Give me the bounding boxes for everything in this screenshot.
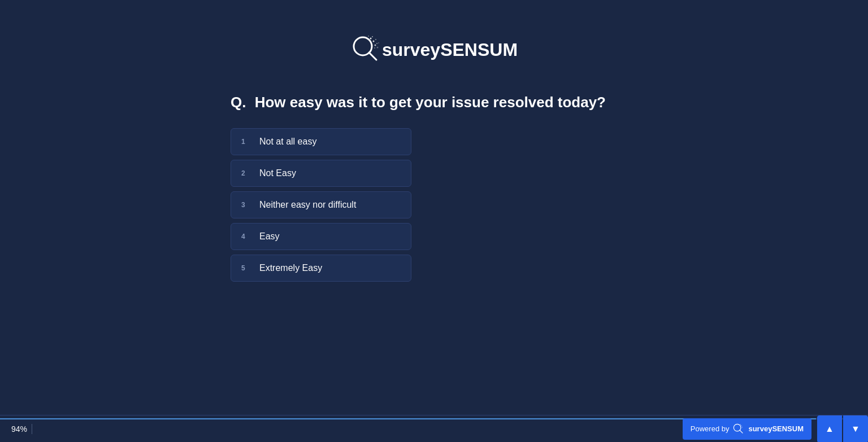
option-number: 4 bbox=[241, 233, 253, 240]
option-number: 5 bbox=[241, 264, 253, 272]
option-item[interactable]: 5Extremely Easy bbox=[231, 255, 411, 282]
question-section: Q. How easy was it to get your issue res… bbox=[208, 94, 660, 282]
footer-logo-bold: SENSUM bbox=[772, 425, 804, 433]
option-label: Not at all easy bbox=[259, 137, 316, 147]
powered-by-logo-text: surveySENSUM bbox=[748, 425, 804, 433]
logo-text: surveySENSUM bbox=[382, 40, 518, 60]
main-content: surveySENSUM Q. How easy was it to get y… bbox=[0, 0, 868, 282]
question-text: How easy was it to get your issue resolv… bbox=[255, 94, 606, 111]
powered-by-label: Powered by bbox=[691, 425, 730, 433]
nav-down-icon: ▼ bbox=[851, 424, 860, 434]
logo-bold: SENSUM bbox=[440, 40, 518, 60]
option-label: Easy bbox=[259, 231, 280, 242]
option-label: Not Easy bbox=[259, 168, 296, 178]
svg-point-9 bbox=[368, 36, 369, 37]
option-item[interactable]: 2Not Easy bbox=[231, 160, 411, 187]
powered-by-logo-icon bbox=[732, 423, 745, 435]
svg-point-7 bbox=[376, 43, 377, 44]
powered-by-area: Powered by surveySENSUM ▲ ▼ bbox=[683, 415, 868, 443]
footer-logo-light: survey bbox=[748, 425, 772, 433]
nav-up-icon: ▲ bbox=[825, 424, 834, 434]
svg-point-8 bbox=[374, 47, 375, 49]
option-item[interactable]: 4Easy bbox=[231, 223, 411, 250]
option-label: Neither easy nor difficult bbox=[259, 200, 356, 210]
nav-up-button[interactable]: ▲ bbox=[817, 415, 842, 443]
logo-icon bbox=[350, 34, 382, 65]
svg-point-5 bbox=[372, 36, 373, 37]
powered-by-button[interactable]: Powered by surveySENSUM bbox=[683, 418, 811, 440]
svg-point-16 bbox=[742, 427, 743, 427]
progress-text-area: 94% bbox=[11, 424, 32, 434]
nav-buttons-group: ▲ ▼ bbox=[816, 415, 868, 443]
svg-line-1 bbox=[369, 52, 376, 60]
option-number: 3 bbox=[241, 201, 253, 209]
nav-down-button[interactable]: ▼ bbox=[843, 415, 868, 443]
bottom-bar: 94% Powered by surveySENSUM ▲ ▼ bbox=[0, 415, 868, 442]
option-item[interactable]: 3Neither easy nor difficult bbox=[231, 191, 411, 218]
option-number: 2 bbox=[241, 169, 253, 177]
logo-area: surveySENSUM bbox=[350, 34, 518, 65]
svg-point-10 bbox=[376, 47, 378, 49]
svg-point-3 bbox=[372, 41, 374, 42]
question-prefix: Q. bbox=[231, 94, 246, 111]
svg-point-11 bbox=[378, 42, 379, 43]
svg-point-14 bbox=[740, 424, 741, 425]
svg-point-2 bbox=[370, 38, 371, 40]
question-label: Q. How easy was it to get your issue res… bbox=[231, 94, 660, 111]
svg-point-6 bbox=[375, 39, 376, 40]
progress-divider bbox=[32, 424, 32, 434]
svg-point-15 bbox=[741, 425, 742, 426]
progress-percent: 94% bbox=[11, 425, 27, 434]
logo-light: survey bbox=[382, 40, 440, 60]
option-item[interactable]: 1Not at all easy bbox=[231, 128, 411, 155]
svg-point-4 bbox=[374, 45, 376, 46]
option-number: 1 bbox=[241, 138, 253, 146]
svg-line-13 bbox=[740, 430, 743, 432]
options-list: 1Not at all easy2Not Easy3Neither easy n… bbox=[231, 128, 660, 282]
option-label: Extremely Easy bbox=[259, 263, 322, 273]
